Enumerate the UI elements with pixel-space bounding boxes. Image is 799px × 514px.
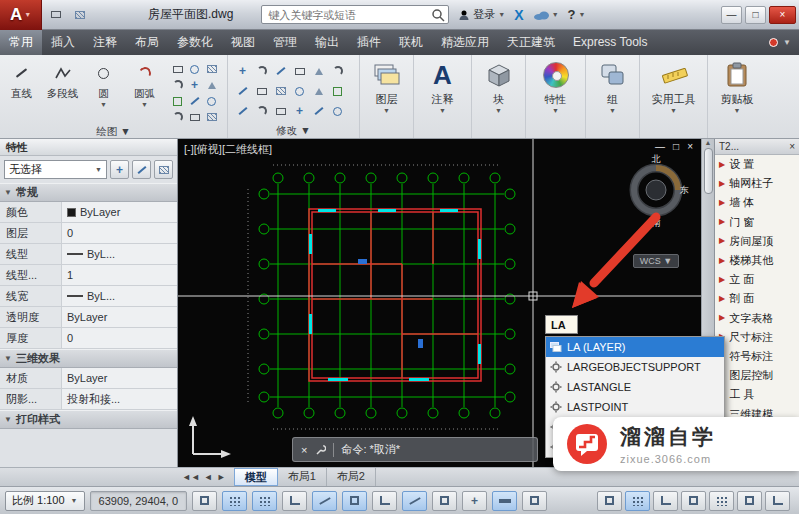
quick-select-button[interactable] [154, 160, 173, 179]
tarch-menu-item[interactable]: ▶工 具 [715, 385, 799, 404]
signin-group[interactable]: 登录 ▼ [458, 7, 505, 22]
viewport-label[interactable]: [-][俯视][二维线框] [184, 142, 272, 157]
panel-utilities[interactable]: 实用工具 ▼ [640, 55, 708, 138]
autocomplete-item[interactable]: LARGEOBJECTSUPPORT [546, 357, 724, 377]
lengthen-tool-icon[interactable] [309, 101, 328, 121]
a360-group[interactable]: ▼ [533, 10, 559, 20]
doc-minimize-button[interactable]: — [655, 141, 665, 152]
coordinates-readout[interactable]: 63909, 29404, 0 [90, 491, 188, 511]
minimize-button[interactable]: — [721, 6, 742, 24]
workspace-icon[interactable] [46, 5, 66, 25]
chamfer-tool-icon[interactable] [252, 101, 271, 121]
autocomplete-item[interactable]: LA (LAYER) [546, 337, 724, 357]
revcloud-tool-icon[interactable] [169, 109, 186, 125]
doc-restore-button[interactable]: □ [673, 141, 679, 152]
osnap-toggle[interactable] [342, 491, 367, 511]
tab-view[interactable]: 视图 [222, 30, 264, 55]
app-menu-button[interactable]: A▼ [0, 0, 42, 30]
next-layout-icon[interactable]: ► [217, 472, 226, 482]
section-general[interactable]: ▼常规 [0, 183, 177, 202]
panel-annotation[interactable]: A 注释 ▼ [414, 55, 472, 138]
annotation-scale-button[interactable] [653, 491, 678, 511]
search-input[interactable] [268, 9, 431, 21]
break-tool-icon[interactable] [271, 101, 290, 121]
ortho-toggle[interactable] [282, 491, 307, 511]
polyline-tool[interactable]: 多段线 [42, 56, 83, 125]
section-3d-effects[interactable]: ▼三维效果 [0, 349, 177, 368]
command-text[interactable]: 命令: *取消* [341, 442, 400, 457]
region-tool-icon[interactable] [169, 93, 186, 109]
rotate-tool-icon[interactable] [252, 61, 271, 81]
tarch-menu-item[interactable]: ▶门 窗 [715, 213, 799, 232]
3d-osnap-toggle[interactable] [372, 491, 397, 511]
tab-online[interactable]: 联机 [390, 30, 432, 55]
tab-annotate[interactable]: 注释 [84, 30, 126, 55]
panel-layers[interactable]: 图层 ▼ [360, 55, 414, 138]
tab-home[interactable]: 常用 [0, 30, 42, 55]
mirror-tool-icon[interactable] [309, 61, 328, 81]
grid-toggle[interactable] [252, 491, 277, 511]
tarch-menu-item[interactable]: ▶设 置 [715, 155, 799, 174]
arc-tool[interactable]: 圆弧 ▼ [124, 56, 165, 125]
model-paper-toggle[interactable] [625, 491, 650, 511]
quick-properties-toggle[interactable] [597, 491, 622, 511]
panel-modify-label[interactable]: 修改 ▼ [229, 124, 358, 138]
scale-dropdown[interactable]: 比例 1:100▼ [5, 491, 85, 511]
tab-plugins[interactable]: 插件 [348, 30, 390, 55]
spline-tool-icon[interactable] [169, 77, 186, 93]
ribbon-minimize-icon[interactable]: ▼ [783, 38, 791, 47]
tarch-menu-item[interactable]: ▶立 面 [715, 270, 799, 289]
trim-tool-icon[interactable] [271, 61, 290, 81]
ellipse-tool-icon[interactable] [186, 61, 203, 77]
copy-tool-icon[interactable] [290, 61, 309, 81]
tab-model[interactable]: 模型 [234, 468, 278, 486]
move-tool-icon[interactable]: + [233, 61, 252, 81]
point-tool-icon[interactable]: + [186, 77, 203, 93]
align-tool-icon[interactable] [328, 101, 347, 121]
selection-dropdown[interactable]: 无选择 ▼ [4, 160, 107, 179]
tarch-menu-item[interactable]: ▶剖 面 [715, 289, 799, 308]
tab-manage[interactable]: 管理 [264, 30, 306, 55]
lineweight-toggle[interactable] [492, 491, 517, 511]
snap-toggle[interactable] [222, 491, 247, 511]
clean-screen-button[interactable] [765, 491, 790, 511]
infer-constraints-toggle[interactable] [192, 491, 217, 511]
command-bar[interactable]: × 命令: *取消* [292, 437, 538, 462]
tarch-menu-item[interactable]: ▶尺寸标注 [715, 328, 799, 347]
tarch-close-icon[interactable]: × [789, 141, 795, 152]
tab-insert[interactable]: 插入 [42, 30, 84, 55]
tarch-menu-item[interactable]: ▶图层控制 [715, 366, 799, 385]
fillet-tool-icon[interactable] [328, 61, 347, 81]
tab-express-tools[interactable]: Express Tools [564, 30, 656, 55]
tab-layout1[interactable]: 布局1 [278, 468, 327, 486]
extend-tool-icon[interactable] [233, 101, 252, 121]
explode-tool-icon[interactable] [309, 81, 328, 101]
tarch-menu-item[interactable]: ▶房间屋顶 [715, 232, 799, 251]
gradient-tool-icon[interactable] [203, 109, 220, 125]
panel-group[interactable]: 组 ▼ [586, 55, 640, 138]
autocomplete-item[interactable]: LASTANGLE [546, 377, 724, 397]
rectangle-tool-icon[interactable] [169, 61, 186, 77]
first-layout-icon[interactable]: ◄◄ [182, 472, 200, 482]
dynamic-input-toggle[interactable]: + [462, 491, 487, 511]
tarch-menu-item[interactable]: ▶墙 体 [715, 193, 799, 212]
search-icon[interactable] [431, 8, 445, 22]
tarch-menu-item[interactable]: ▶文字表格 [715, 309, 799, 328]
select-objects-button[interactable] [132, 160, 151, 179]
tab-layout2[interactable]: 布局2 [327, 468, 376, 486]
viewcube-north-label[interactable]: 北 [652, 153, 661, 166]
restore-button[interactable]: □ [745, 6, 766, 24]
erase-tool-icon[interactable] [290, 81, 309, 101]
stretch-tool-icon[interactable] [233, 81, 252, 101]
workspace-switch-button[interactable] [709, 491, 734, 511]
scale-tool-icon[interactable] [252, 81, 271, 101]
tarch-menu-item[interactable]: ▶符号标注 [715, 347, 799, 366]
polar-tracking-toggle[interactable] [312, 491, 337, 511]
infocenter-icon[interactable] [769, 38, 778, 47]
tab-layout[interactable]: 布局 [126, 30, 168, 55]
circle-tool[interactable]: 圆 ▼ [83, 56, 124, 125]
toggle-pickadd-button[interactable]: + [110, 160, 129, 179]
tab-featured-apps[interactable]: 精选应用 [432, 30, 498, 55]
lock-ui-button[interactable] [737, 491, 762, 511]
command-close-icon[interactable]: × [301, 444, 307, 456]
